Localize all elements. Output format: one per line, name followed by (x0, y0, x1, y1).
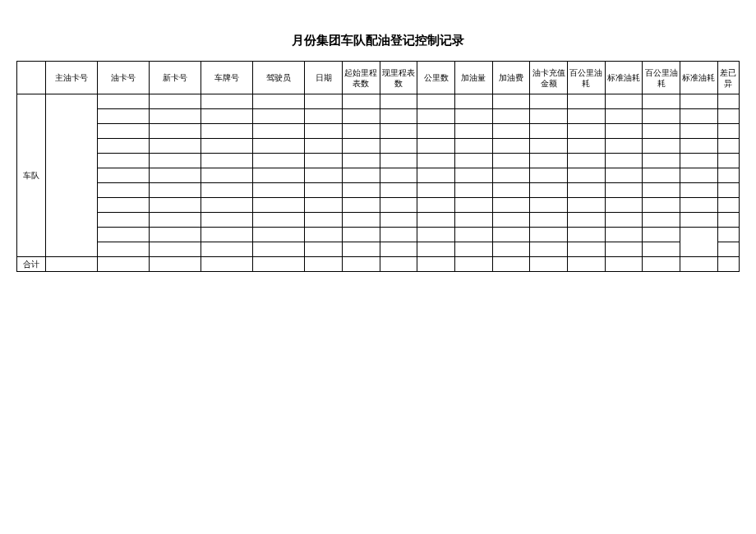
cell (680, 139, 718, 154)
cell (492, 94, 530, 109)
cell (492, 154, 530, 168)
cell (680, 183, 718, 198)
cell (717, 213, 739, 228)
cell (605, 168, 643, 183)
cell (97, 198, 149, 213)
cell (97, 242, 149, 257)
cell (717, 228, 739, 242)
header-plate: 车牌号 (201, 62, 253, 94)
cell (568, 183, 606, 198)
cell (253, 213, 305, 228)
cell (97, 228, 149, 242)
cell (417, 168, 455, 183)
cell (417, 154, 455, 168)
cell (149, 257, 201, 272)
total-label: 合计 (17, 257, 46, 272)
cell (380, 124, 417, 139)
cell (305, 109, 343, 124)
cell (305, 124, 343, 139)
cell (605, 198, 643, 213)
cell (97, 168, 149, 183)
cell (253, 257, 305, 272)
cell (97, 257, 149, 272)
header-diff: 差已异 (717, 62, 739, 94)
cell (253, 228, 305, 242)
table-row (17, 124, 740, 139)
cell (201, 213, 253, 228)
cell (568, 94, 606, 109)
cell (717, 94, 739, 109)
cell (643, 257, 680, 272)
cell (201, 168, 253, 183)
cell (717, 257, 739, 272)
table-row (17, 198, 740, 213)
header-new-card: 新卡号 (149, 62, 201, 94)
cell (717, 139, 739, 154)
cell (149, 94, 201, 109)
header-date: 日期 (305, 62, 343, 94)
cell (149, 168, 201, 183)
cell (201, 183, 253, 198)
cell (643, 183, 680, 198)
cell (680, 213, 718, 228)
cell (253, 198, 305, 213)
cell (253, 94, 305, 109)
cell (201, 139, 253, 154)
cell (201, 242, 253, 257)
cell (149, 124, 201, 139)
cell (149, 213, 201, 228)
table-row (17, 154, 740, 168)
header-per100-1: 百公里油耗 (568, 62, 606, 94)
table-row (17, 183, 740, 198)
cell (305, 213, 343, 228)
cell (201, 257, 253, 272)
cell (605, 213, 643, 228)
cell (717, 154, 739, 168)
cell (417, 124, 455, 139)
cell (305, 228, 343, 242)
cell (717, 168, 739, 183)
cell (643, 168, 680, 183)
cell (568, 109, 606, 124)
cell (568, 228, 606, 242)
cell (530, 183, 568, 198)
cell (417, 94, 455, 109)
cell (605, 183, 643, 198)
cell (568, 198, 606, 213)
cell (530, 228, 568, 242)
cell (643, 94, 680, 109)
cell (201, 154, 253, 168)
cell (342, 109, 380, 124)
cell (380, 213, 417, 228)
cell (149, 183, 201, 198)
cell (149, 109, 201, 124)
cell (605, 94, 643, 109)
cell (342, 139, 380, 154)
cell (530, 213, 568, 228)
cell (305, 168, 343, 183)
cell (201, 124, 253, 139)
cell (342, 257, 380, 272)
header-driver: 驾驶员 (253, 62, 305, 94)
cell (97, 213, 149, 228)
header-fuel-qty: 加油量 (455, 62, 493, 94)
header-fuel-cost: 加油费 (492, 62, 530, 94)
cell (201, 198, 253, 213)
cell (680, 94, 718, 109)
cell (305, 183, 343, 198)
cell (201, 94, 253, 109)
cell (492, 242, 530, 257)
cell (530, 109, 568, 124)
cell (417, 228, 455, 242)
cell (380, 168, 417, 183)
cell (97, 109, 149, 124)
header-std-consume: 标准油耗 (605, 62, 643, 94)
cell (455, 154, 493, 168)
cell (492, 168, 530, 183)
cell (643, 198, 680, 213)
header-km: 公里数 (417, 62, 455, 94)
cell (97, 183, 149, 198)
cell (380, 198, 417, 213)
cell (680, 168, 718, 183)
cell (643, 213, 680, 228)
